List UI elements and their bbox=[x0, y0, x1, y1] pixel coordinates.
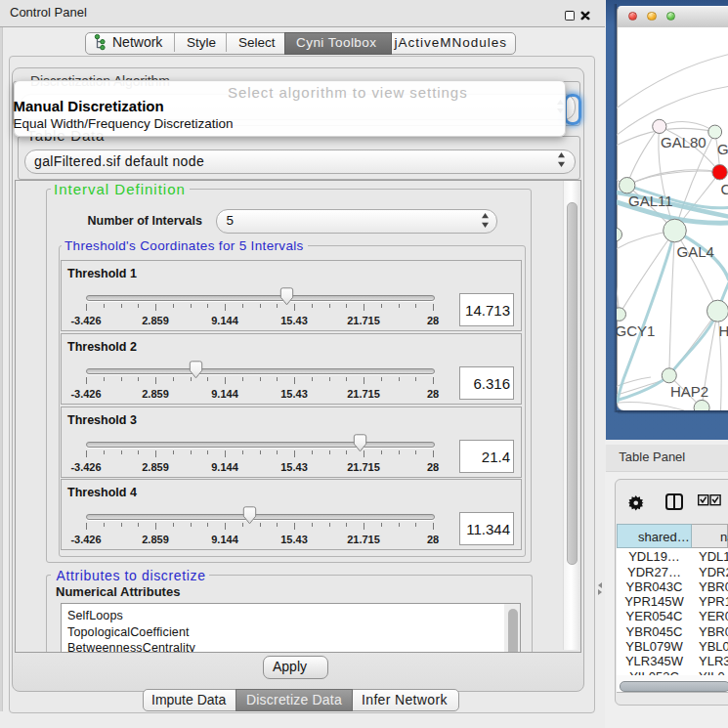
svg-text:GAL11: GAL11 bbox=[628, 193, 673, 209]
svg-text:GAL80: GAL80 bbox=[661, 134, 707, 150]
svg-text:GCY1: GCY1 bbox=[617, 322, 655, 339]
svg-text:GAL4: GAL4 bbox=[677, 243, 714, 260]
svg-text:H: H bbox=[719, 322, 728, 339]
svg-text:C: C bbox=[721, 181, 728, 197]
svg-text:GA: GA bbox=[717, 141, 728, 157]
svg-text:HAP2: HAP2 bbox=[670, 383, 708, 400]
